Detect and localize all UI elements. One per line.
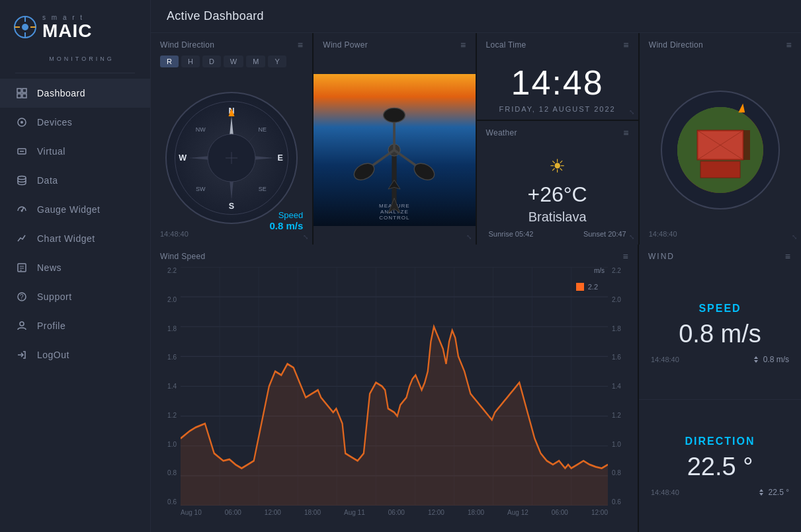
filter-w[interactable]: W [224,56,243,67]
svg-text:SW: SW [196,186,206,192]
y-axis-left: 2.2 2.0 1.8 1.6 1.4 1.2 1.0 0.8 0.6 [151,267,181,506]
wind-direction-2-timestamp: 14:48:40 [649,230,677,238]
svg-text:SE: SE [259,186,267,192]
wind-direction-2-title: Wind Direction [649,40,703,50]
speed-label-cyan: SPEED [698,303,741,315]
direction-row-time: 14:48:40 [651,488,679,496]
svg-rect-6 [17,89,21,93]
aerial-ring [661,91,780,209]
sidebar-data-label: Data [37,175,58,186]
devices-icon [16,116,28,128]
gauge-icon [16,204,28,215]
sidebar-support-label: Support [37,291,72,302]
main-content: Active Dashboard Wind Direction ≡ R H D … [151,0,801,532]
svg-text:NE: NE [259,126,267,133]
sidebar-item-news[interactable]: News [0,253,150,282]
sidebar-profile-label: Profile [37,321,65,331]
bottom-widget-grid: Wind Speed ≡ m/s 2.2 2.2 2.0 1.8 1. [151,245,801,532]
sidebar-item-support[interactable]: ? Support [0,282,150,311]
sidebar-dashboard-label: Dashboard [37,88,85,98]
svg-marker-55 [738,104,745,113]
page-title: Active Dashboard [167,9,264,22]
sidebar-item-profile[interactable]: Profile [0,311,150,340]
wind-speed-menu[interactable]: ≡ [623,251,628,262]
sidebar-news-label: News [37,262,62,273]
temperature-value: +26°C [486,182,629,207]
sidebar-item-logout[interactable]: LogOut [0,340,150,369]
filter-d[interactable]: D [202,56,221,67]
sidebar: s m a r t MAIC MONITORING Dashboard Devi… [0,0,151,532]
top-widget-grid: Wind Direction ≡ R H D W M Y [151,33,801,245]
compass: N S E W NE SE SW NW [165,92,298,224]
svg-rect-9 [22,94,26,98]
speed-delta: 0.8 m/s [763,355,789,364]
sidebar-devices-label: Devices [37,117,72,128]
svg-rect-8 [17,94,21,98]
wind-speed-chart-widget: Wind Speed ≡ m/s 2.2 2.2 2.0 1.8 1. [151,245,638,532]
logout-icon [16,349,28,361]
local-time-weather-col: Local Time ≡ 14:48 FRIDAY, 12 AUGUST 202… [477,33,638,245]
sidebar-item-gauge-widget[interactable]: Gauge Widget [0,195,150,224]
sidebar-gauge-label: Gauge Widget [37,204,101,215]
weather-title: Weather [486,128,517,137]
anemometer-svg [341,84,447,216]
filter-m[interactable]: M [246,56,265,67]
wind-speed-section: SPEED 0.8 m/s 14:48:40 0.8 m/s [639,267,801,400]
chart-area: m/s 2.2 2.2 2.0 1.8 1.6 1.4 1.2 1.0 0.8 [151,267,638,532]
svg-point-52 [411,160,437,183]
resize-weather[interactable]: ⤡ [629,233,634,241]
filter-y[interactable]: Y [268,56,286,67]
wind-direction-widget-1: Wind Direction ≡ R H D W M Y [151,33,312,245]
time-filter-bar: R H D W M Y [151,56,312,71]
sidebar-item-devices[interactable]: Devices [0,108,150,137]
direction-row-val: 22.5 ° [757,488,790,497]
logo-text: s m a r t MAIC [42,13,93,40]
svg-text:S: S [229,202,234,211]
direction-up-down-icon [757,488,766,497]
news-icon [16,262,28,274]
wind-direction-widget-2: Wind Direction ≡ [640,33,801,245]
wind-panel-menu[interactable]: ≡ [785,251,792,262]
speed-row: 14:48:40 0.8 m/s [648,355,792,364]
wd2-menu[interactable]: ≡ [786,40,792,50]
sun-icon: ☀ [486,155,629,177]
local-time-menu[interactable]: ≡ [623,40,628,50]
speed-row-val: 0.8 m/s [751,355,789,364]
logo-large-text: MAIC [42,22,93,40]
wind-speed-header: Wind Speed ≡ [151,245,638,267]
weather-widget: Weather ≡ ☀ +26°C Bratislava Sunrise 05:… [477,121,638,245]
city-name: Bratislava [486,209,629,225]
speed-row-time: 14:48:40 [651,356,679,363]
filter-h[interactable]: H [181,56,200,67]
resize-handle-2[interactable]: ⤡ [466,233,472,241]
wind-power-menu[interactable]: ≡ [460,40,466,50]
sidebar-virtual-label: Virtual [37,146,65,157]
sidebar-item-dashboard[interactable]: Dashboard [0,79,150,108]
x-axis: Aug 10 06:00 12:00 18:00 Aug 11 06:00 12… [181,509,608,532]
wind-panel: WIND ≡ SPEED 0.8 m/s 14:48:40 0.8 m/s DI… [639,245,801,532]
resize-wd2[interactable]: ⤡ [792,233,797,241]
speed-text: Speed [269,210,303,220]
time-value: 14:48 [511,63,604,102]
sidebar-item-data[interactable]: Data [0,166,150,195]
filter-r[interactable]: R [160,56,179,67]
up-down-icon [751,355,761,364]
sidebar-item-virtual[interactable]: Virtual [0,137,150,166]
data-icon [16,174,28,186]
widget-menu-icon[interactable]: ≡ [298,40,303,50]
resize-handle[interactable]: ⤡ [303,233,308,241]
svg-point-14 [18,176,26,180]
date-value: FRIDAY, 12 AUGUST 2022 [499,105,616,113]
resize-time[interactable]: ⤡ [629,108,634,116]
direction-label-cyan: DIRECTION [685,436,755,447]
sunrise-sunset: Sunrise 05:42 Sunset 20:47 [486,230,629,238]
weather-menu[interactable]: ≡ [623,128,628,138]
sidebar-item-chart-widget[interactable]: Chart Widget [0,224,150,253]
support-icon: ? [16,291,28,303]
sunset-value: Sunset 20:47 [583,230,626,238]
svg-text:?: ? [20,293,24,301]
wind-power-content: MEASUREANALYZECONTROL [314,56,475,245]
local-time-widget: Local Time ≡ 14:48 FRIDAY, 12 AUGUST 202… [477,33,638,120]
wind-direction-2-header: Wind Direction ≡ [640,33,801,56]
sidebar-divider [15,73,136,73]
